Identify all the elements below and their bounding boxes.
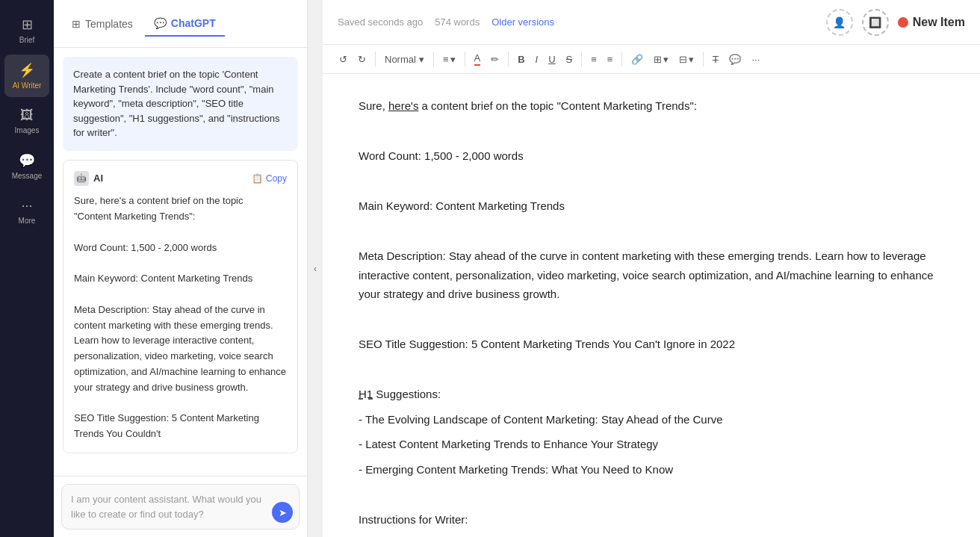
align-button[interactable]: ≡ ▾ — [438, 51, 460, 68]
ai-message-header: 🤖 AI 📋 Copy — [74, 171, 287, 187]
bold-button[interactable]: B — [513, 51, 529, 68]
redo-button[interactable]: ↻ — [353, 51, 370, 68]
image-button[interactable]: ⊞ ▾ — [649, 51, 673, 68]
editor-h1-suggestions: H1 Suggestions: — [359, 385, 944, 404]
align-chevron-icon: ▾ — [450, 54, 456, 65]
sidebar-item-images[interactable]: 🖼 Images — [4, 100, 49, 142]
editor-h1-1: - The Evolving Landscape of Content Mark… — [359, 410, 944, 429]
sidebar-item-more[interactable]: ··· More — [4, 190, 49, 232]
brief-icon: ⊞ — [22, 16, 33, 33]
copy-button[interactable]: 📋 Copy — [252, 173, 287, 184]
ai-message-body: Sure, here's a content brief on the topi… — [74, 193, 287, 442]
editor-spacer-3 — [359, 222, 944, 241]
chat-input-area: I am your content assistant. What would … — [54, 476, 307, 537]
sidebar-item-brief[interactable]: ⊞ Brief — [4, 9, 49, 52]
link-button[interactable]: 🔗 — [627, 51, 648, 68]
sidebar: ⊞ Brief ⚡ AI Writer 🖼 Images 💬 Message ·… — [0, 0, 54, 537]
ai-message: 🤖 AI 📋 Copy Sure, here's a content brief… — [63, 160, 298, 454]
sidebar-label-images: Images — [15, 126, 40, 134]
sidebar-label-message: Message — [12, 172, 43, 180]
editor-spacer-1 — [359, 122, 944, 141]
sidebar-label-more: More — [19, 217, 36, 225]
editor-main-keyword: Main Keyword: Content Marketing Trends — [359, 196, 944, 216]
user-avatar-2: 🔲 — [862, 9, 889, 36]
undo-button[interactable]: ↺ — [335, 51, 352, 68]
style-select[interactable]: Normal ▾ — [380, 51, 429, 68]
new-item-button[interactable]: New Item — [913, 16, 965, 29]
toolbar-divider-5 — [581, 52, 582, 66]
panel-collapse-button[interactable]: ‹ — [308, 0, 323, 537]
toolbar-divider-7 — [703, 52, 704, 66]
more-options-button[interactable]: ··· — [747, 51, 764, 68]
clear-format-button[interactable]: T̶ — [708, 51, 723, 68]
sidebar-item-ai-writer[interactable]: ⚡ AI Writer — [4, 55, 49, 97]
image-chevron-icon: ▾ — [663, 54, 669, 65]
topbar-right: 👤 🔲 New Item — [826, 9, 965, 36]
editor-spacer-5 — [359, 360, 944, 379]
user-message-text: Create a content brief on the topic 'Con… — [73, 69, 279, 138]
editor-area: Saved seconds ago 574 words Older versio… — [323, 0, 980, 537]
older-versions-link[interactable]: Older versions — [491, 16, 554, 28]
toolbar-divider-3 — [465, 52, 465, 66]
ai-avatar: 🤖 — [74, 171, 89, 186]
editor-instructions: Instructions for Writer: — [359, 510, 944, 530]
topbar-left: Saved seconds ago 574 words Older versio… — [338, 16, 554, 28]
copy-icon: 📋 — [252, 173, 263, 184]
toolbar: ↺ ↻ Normal ▾ ≡ ▾ A ✏ B I U S ≡ ≡ 🔗 ⊞ ▾ ⊟… — [323, 45, 980, 74]
tab-chatgpt[interactable]: 💬 ChatGPT — [145, 11, 225, 37]
editor-para-1: Sure, here's a content brief on the topi… — [359, 96, 944, 116]
chatgpt-tab-label: ChatGPT — [171, 17, 216, 29]
saved-status: Saved seconds ago — [338, 16, 423, 28]
panel-content: Create a content brief on the topic 'Con… — [54, 48, 307, 476]
toolbar-divider-6 — [621, 52, 622, 66]
table-button[interactable]: ⊟ ▾ — [674, 51, 698, 68]
panel-tabs: ⊞ Templates 💬 ChatGPT — [54, 0, 307, 48]
strikethrough-button[interactable]: S — [562, 51, 577, 68]
new-item-container: New Item — [898, 16, 965, 29]
templates-tab-label: Templates — [85, 18, 133, 30]
toolbar-divider-4 — [508, 52, 509, 66]
chevron-down-icon: ▾ — [419, 54, 424, 65]
editor-seo-title: SEO Title Suggestion: 5 Content Marketin… — [359, 335, 944, 354]
highlight-button[interactable]: ✏ — [486, 51, 503, 68]
editor-word-count: Word Count: 1,500 - 2,000 words — [359, 146, 944, 166]
tab-templates[interactable]: ⊞ Templates — [63, 12, 142, 36]
word-count: 574 words — [435, 16, 480, 28]
chat-input-placeholder: I am your content assistant. What would … — [71, 492, 272, 521]
table-chevron-icon: ▾ — [689, 54, 694, 65]
editor-spacer-6 — [359, 485, 944, 504]
sidebar-label-brief: Brief — [19, 36, 35, 44]
chatgpt-tab-icon: 💬 — [154, 17, 167, 29]
toolbar-divider-1 — [375, 52, 376, 66]
user-avatar-1: 👤 — [826, 9, 853, 36]
ai-writer-icon: ⚡ — [19, 62, 35, 78]
templates-tab-icon: ⊞ — [72, 18, 81, 30]
sidebar-label-ai-writer: AI Writer — [13, 81, 42, 90]
topbar: Saved seconds ago 574 words Older versio… — [323, 0, 980, 45]
chat-input-wrapper: I am your content assistant. What would … — [61, 484, 300, 530]
editor-content[interactable]: Sure, here's a content brief on the topi… — [323, 74, 980, 537]
font-color-icon: A — [474, 52, 481, 66]
editor-spacer-4 — [359, 310, 944, 329]
heres-link[interactable]: here's — [388, 99, 418, 112]
font-color-button[interactable]: A — [470, 49, 486, 69]
comment-button[interactable]: 💬 — [725, 51, 745, 68]
numbered-list-button[interactable]: ≡ — [603, 51, 618, 68]
chat-send-button[interactable]: ➤ — [272, 502, 293, 523]
editor-h1-2: - Latest Content Marketing Trends to Enh… — [359, 435, 944, 454]
h1-label: H1 — [359, 388, 373, 400]
editor-spacer-2 — [359, 172, 944, 191]
toolbar-divider-2 — [433, 52, 434, 66]
italic-button[interactable]: I — [531, 51, 543, 68]
user-message: Create a content brief on the topic 'Con… — [63, 57, 298, 151]
panel: ⊞ Templates 💬 ChatGPT Create a content b… — [54, 0, 308, 537]
underline-button[interactable]: U — [544, 51, 559, 68]
bullet-list-button[interactable]: ≡ — [586, 51, 601, 68]
editor-meta-desc: Meta Description: Stay ahead of the curv… — [359, 246, 944, 304]
message-icon: 💬 — [19, 152, 35, 169]
ai-label: 🤖 AI — [74, 171, 103, 187]
sidebar-item-message[interactable]: 💬 Message — [4, 145, 49, 187]
more-icon: ··· — [21, 198, 32, 214]
images-icon: 🖼 — [20, 108, 34, 123]
editor-h1-3: - Emerging Content Marketing Trends: Wha… — [359, 460, 944, 479]
